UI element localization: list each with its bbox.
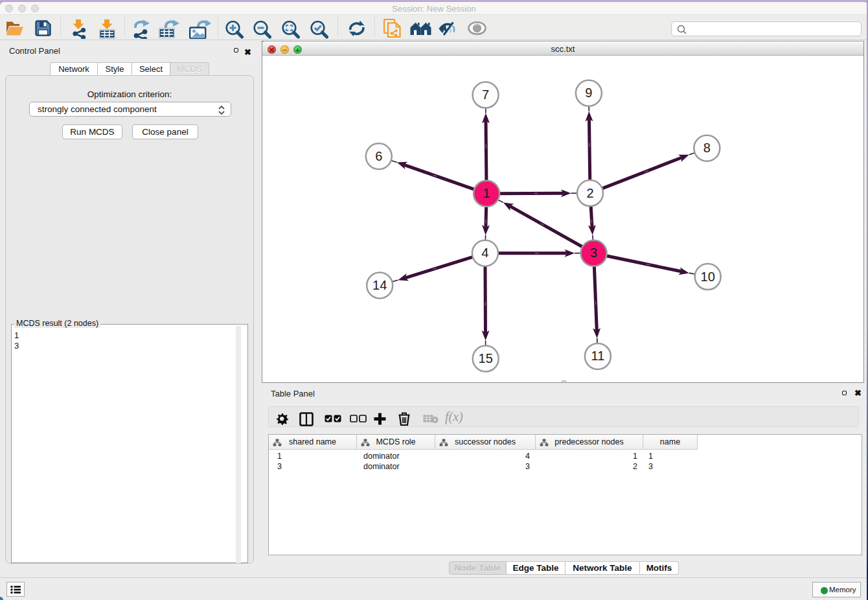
svg-text:2: 2	[586, 186, 593, 200]
svg-text:8: 8	[703, 141, 711, 155]
svg-text:10: 10	[701, 270, 715, 284]
svg-text:11: 11	[591, 349, 605, 363]
svg-text:14: 14	[372, 278, 387, 292]
svg-text:4: 4	[481, 246, 488, 260]
svg-text:7: 7	[482, 87, 489, 102]
svg-text:15: 15	[479, 351, 493, 365]
svg-text:6: 6	[375, 149, 382, 163]
svg-text:1: 1	[483, 186, 490, 200]
svg-text:9: 9	[585, 86, 592, 100]
svg-text:3: 3	[590, 246, 597, 260]
